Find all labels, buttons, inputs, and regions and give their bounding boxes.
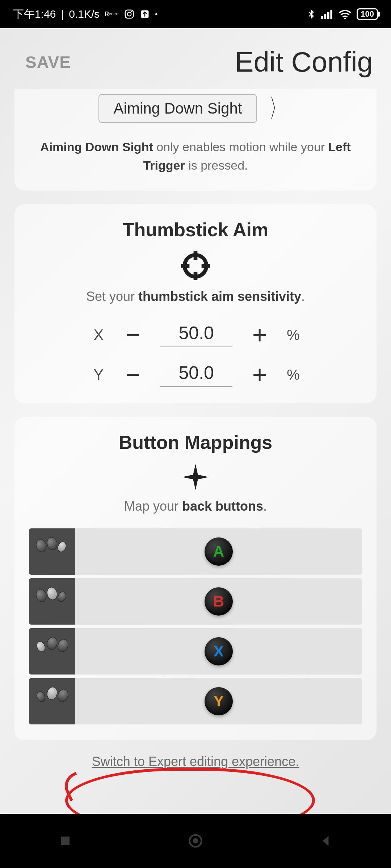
motion-mode-hint: Aiming Down Sight only enables motion wh… (29, 138, 362, 175)
bluetooth-icon (307, 8, 316, 20)
thumbstick-desc: Set your thumbstick aim sensitivity. (29, 289, 362, 304)
switch-expert-link[interactable]: Switch to Expert editing experience. (0, 754, 391, 780)
motion-mode-select[interactable]: Aiming Down Sight (98, 94, 257, 123)
motion-mode-card: Aiming Down Sight 〉 Aiming Down Sight on… (14, 89, 377, 191)
mapping-row[interactable]: X (29, 628, 362, 675)
paddle-thumb-icon (29, 628, 75, 675)
mapping-row[interactable]: A (29, 528, 362, 575)
x-increment-button[interactable]: + (247, 322, 272, 348)
y-axis-row: Y − 50.0 + % (91, 362, 300, 387)
thumbstick-aim-card: Thumbstick Aim Set your thumbstick aim s… (14, 204, 377, 403)
status-time: 下午1:46 (13, 7, 56, 22)
svg-point-8 (344, 18, 346, 19)
face-button-a-icon: A (205, 537, 233, 566)
mappings-title: Button Mappings (29, 431, 362, 453)
x-axis-row: X − 50.0 + % (91, 322, 300, 348)
svg-rect-4 (321, 16, 323, 19)
face-button-y-icon: Y (205, 687, 233, 715)
chevron-right-icon[interactable]: 〉 (268, 92, 287, 125)
dot-icon: • (155, 10, 157, 18)
x-value-input[interactable]: 50.0 (160, 323, 232, 347)
sparkle-icon (29, 464, 362, 490)
y-increment-button[interactable]: + (247, 362, 272, 387)
thumbstick-title: Thumbstick Aim (29, 219, 362, 241)
button-mappings-card: Button Mappings Map your back buttons. A (14, 417, 377, 740)
mapping-row[interactable]: B (29, 578, 362, 625)
svg-point-16 (193, 838, 198, 844)
cellular-icon (321, 9, 333, 19)
face-button-b-icon: B (205, 587, 233, 616)
x-decrement-button[interactable]: − (120, 322, 146, 348)
x-axis-label: X (91, 326, 106, 344)
paddle-thumb-icon (29, 528, 75, 575)
crosshair-icon (29, 251, 362, 280)
svg-point-2 (131, 11, 133, 12)
face-button-x-icon: X (205, 637, 233, 665)
status-bar: 下午1:46 | 0.1K/s RPOINT • 100 (0, 0, 391, 28)
svg-rect-5 (324, 14, 327, 19)
mapping-row[interactable]: Y (29, 678, 362, 724)
y-unit: % (287, 367, 300, 383)
save-button[interactable]: SAVE (25, 52, 71, 72)
svg-rect-14 (61, 837, 70, 845)
status-net-speed: 0.1K/s (69, 8, 100, 20)
nav-back-button[interactable] (315, 830, 337, 852)
instagram-icon (124, 9, 135, 20)
app-root: SAVE Edit Config Aiming Down Sight 〉 Aim… (0, 28, 391, 814)
upload-icon (140, 9, 150, 19)
x-unit: % (287, 327, 300, 343)
rpoint-icon: RPOINT (105, 11, 119, 17)
mappings-desc: Map your back buttons. (29, 499, 362, 514)
status-left: 下午1:46 | 0.1K/s RPOINT • (13, 7, 157, 22)
system-nav-bar (0, 814, 391, 868)
page-title: Edit Config (235, 46, 373, 78)
paddle-thumb-icon (29, 678, 75, 724)
svg-rect-6 (327, 12, 329, 19)
status-right: 100 (307, 8, 378, 20)
mapping-list: A B X (29, 528, 362, 724)
paddle-thumb-icon (29, 578, 75, 625)
nav-recent-button[interactable] (54, 830, 76, 852)
wifi-icon (339, 9, 352, 19)
svg-rect-7 (331, 10, 333, 19)
y-decrement-button[interactable]: − (120, 362, 146, 387)
svg-point-1 (127, 12, 131, 16)
status-sep: | (61, 8, 64, 20)
battery-indicator: 100 (357, 8, 378, 20)
y-axis-label: Y (91, 366, 106, 383)
nav-home-button[interactable] (185, 830, 206, 852)
y-value-input[interactable]: 50.0 (160, 362, 232, 387)
app-header: SAVE Edit Config (0, 28, 391, 89)
